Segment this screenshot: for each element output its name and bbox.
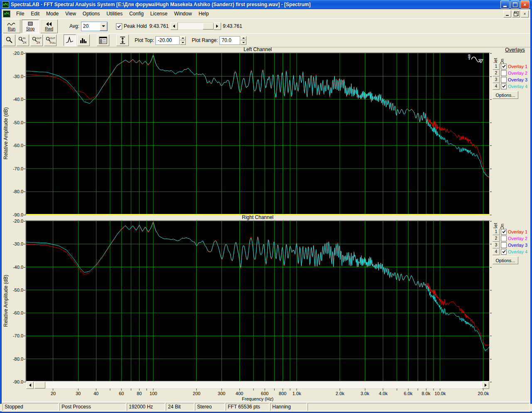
y-tick-label: -20.0 xyxy=(4,51,23,56)
overlay-4-checkbox[interactable] xyxy=(501,84,507,89)
menu-utilities[interactable]: Utilities xyxy=(103,10,126,18)
spectrum-plot-right[interactable] xyxy=(26,221,489,382)
y-tick xyxy=(24,123,25,123)
overlay-3-set-button[interactable]: 3 xyxy=(493,76,500,83)
time-position: 9:43.761 xyxy=(149,23,169,29)
status-empty xyxy=(308,403,530,411)
magnifier-icon xyxy=(5,37,13,44)
menu-mode[interactable]: Mode xyxy=(43,10,62,18)
window-border-left xyxy=(0,0,2,404)
transport-toolbar: Run Stop Rwd Avg: 20 Peak Hold 9:43.761 … xyxy=(2,18,530,34)
overlay-options-button[interactable]: Options... xyxy=(493,256,518,264)
overlay-3-checkbox[interactable] xyxy=(501,77,507,83)
zoom-out-full-button[interactable]: OUTFULL xyxy=(44,34,57,46)
stop-square-icon xyxy=(26,22,35,27)
time-scrollbar[interactable] xyxy=(170,23,221,30)
overlay-2-set-button[interactable]: 2 xyxy=(493,70,500,76)
rewind-button[interactable]: Rwd xyxy=(40,20,58,33)
svg-text:IN: IN xyxy=(23,37,25,39)
overlay-1-set-button[interactable]: 1 xyxy=(493,229,500,235)
menu-help[interactable]: Help xyxy=(195,10,212,18)
menu-config[interactable]: Config xyxy=(126,10,147,18)
avg-label: Avg: xyxy=(69,23,79,29)
zoom-in-2x-button[interactable]: IN2X xyxy=(17,34,29,46)
overlay-1-set-button[interactable]: 1 xyxy=(493,63,500,70)
spinner-down-icon xyxy=(241,40,246,45)
menu-window[interactable]: Window xyxy=(171,10,195,18)
plot-range-input[interactable]: 70.0 xyxy=(219,36,240,45)
stop-button[interactable]: Stop xyxy=(22,20,39,33)
zoom-tool-button[interactable] xyxy=(3,34,15,46)
svg-text:FULL: FULL xyxy=(50,42,56,44)
overlay-4-set-button[interactable]: 4 xyxy=(493,83,500,90)
y-tick xyxy=(490,215,492,215)
y-tick xyxy=(24,290,25,290)
x-tick-label: 20 xyxy=(42,391,64,396)
avg-combobox[interactable]: 20 xyxy=(81,22,108,31)
frequency-scrollbar[interactable] xyxy=(26,382,489,388)
close-button[interactable]: × xyxy=(520,0,530,9)
zoom-out-2x-button[interactable]: OUT2X xyxy=(30,34,43,46)
overlay-1-checkbox[interactable] xyxy=(501,229,507,235)
amplitude-scale-button[interactable] xyxy=(116,34,129,46)
display-options-button[interactable] xyxy=(97,34,109,46)
overlay-3-checkbox[interactable] xyxy=(501,242,507,248)
y-tick xyxy=(24,145,25,146)
document-icon[interactable] xyxy=(3,10,10,17)
peak-hold-checkbox[interactable] xyxy=(116,23,122,30)
mdi-close-button[interactable]: × xyxy=(521,10,529,17)
y-tick xyxy=(24,244,25,244)
x-tick-label: 20.0k xyxy=(472,391,495,396)
maximize-button[interactable] xyxy=(510,0,520,9)
scroll-right-icon xyxy=(482,381,489,389)
overlay-row: 1 Overlay 1 xyxy=(493,63,527,69)
magnifier-in-icon: IN2X xyxy=(18,36,28,44)
y-tick xyxy=(490,145,492,146)
x-tick-label: 40 xyxy=(85,391,107,396)
plot-range-spinner[interactable] xyxy=(241,36,246,45)
overlay-2-checkbox[interactable] xyxy=(501,236,507,241)
x-tick-label: 100 xyxy=(142,391,165,396)
mdi-restore-button[interactable] xyxy=(512,10,520,17)
menu-options[interactable]: Options xyxy=(79,10,103,18)
overlay-4-checkbox[interactable] xyxy=(501,249,507,255)
overlay-2-label: Overlay 2 xyxy=(508,71,527,76)
y-tick xyxy=(24,76,25,77)
overlay-4-set-button[interactable]: 4 xyxy=(493,248,500,255)
overlay-2-checkbox[interactable] xyxy=(501,70,507,76)
spinner-up-icon xyxy=(241,36,246,41)
sine-wave-icon xyxy=(7,22,16,27)
plot-top-spinner[interactable] xyxy=(180,36,186,45)
menu-bar: File Edit Mode View Options Utilities Co… xyxy=(2,9,530,19)
overlay-4-label: Overlay 4 xyxy=(508,249,527,254)
run-button[interactable]: Run xyxy=(3,20,20,33)
menu-view[interactable]: View xyxy=(62,10,79,18)
x-tick-label: 4.0k xyxy=(372,391,394,396)
title-bar[interactable]: SpectraLAB - FFT Spectral Analysis Syste… xyxy=(0,0,532,9)
minimize-button[interactable] xyxy=(500,0,510,9)
time-scrollbar-thumb xyxy=(203,23,214,30)
overlay-row: 3 Overlay 3 xyxy=(493,242,527,248)
mdi-minimize-button[interactable] xyxy=(503,10,511,17)
line-plot-mode-button[interactable] xyxy=(64,34,76,46)
status-bar: Stopped Post Process 192000 Hz 24 Bit St… xyxy=(2,401,530,412)
app-icon[interactable] xyxy=(2,1,9,8)
spectrum-plot-left[interactable] xyxy=(26,53,489,215)
x-axis-labels: 20304060801002003004006008001.0k2.0k3.0k… xyxy=(26,391,489,397)
y-tick xyxy=(490,76,492,77)
menu-file[interactable]: File xyxy=(13,10,27,18)
svg-text:OUT: OUT xyxy=(36,37,42,39)
overlay-1-checkbox[interactable] xyxy=(501,64,507,69)
overlay-options-button[interactable]: Options... xyxy=(493,91,518,99)
menu-edit[interactable]: Edit xyxy=(27,10,43,18)
svg-text:2X: 2X xyxy=(37,41,40,44)
overlay-row: 3 Overlay 3 xyxy=(493,76,527,83)
bar-plot-mode-button[interactable] xyxy=(77,34,90,46)
plot-top-input[interactable]: -20.00 xyxy=(155,36,180,45)
y-tick xyxy=(490,313,492,313)
menu-license[interactable]: License xyxy=(147,10,171,18)
overlay-row: 4 Overlay 4 xyxy=(493,248,527,255)
spinner-down-icon xyxy=(180,40,186,45)
overlay-2-set-button[interactable]: 2 xyxy=(493,235,500,242)
overlay-3-set-button[interactable]: 3 xyxy=(493,242,500,248)
